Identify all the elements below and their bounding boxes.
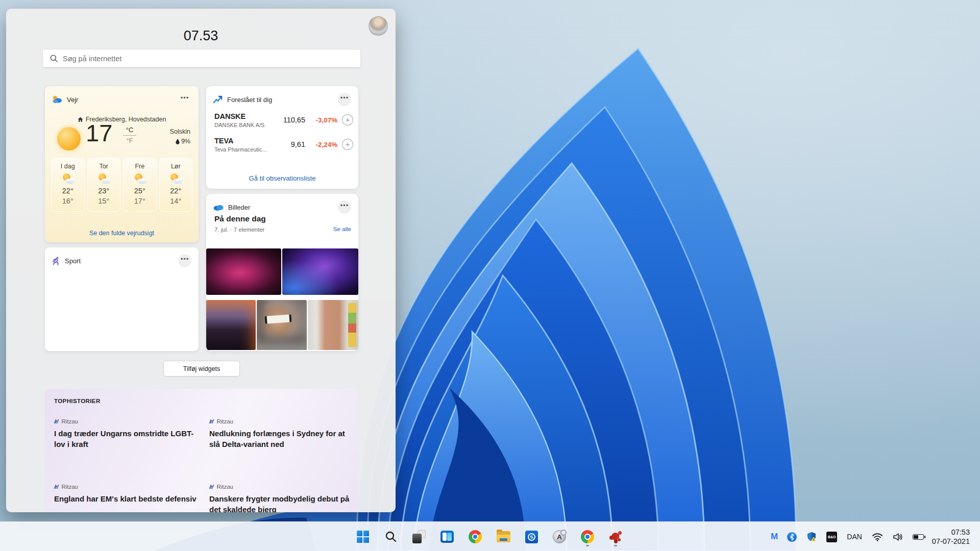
desktop: 07.53 Vejr ••• Fr [0, 0, 980, 551]
photos-heading: På denne dag [214, 214, 266, 223]
widgets-icon [440, 531, 454, 543]
bluetooth-icon [787, 532, 797, 542]
photo-thumbnail[interactable] [308, 300, 358, 350]
chrome-button[interactable] [464, 525, 486, 548]
search-icon [385, 531, 397, 543]
news-source: Ritzau [216, 484, 233, 490]
top-stories-title: TOPHISTORIER [54, 398, 101, 404]
news-headline: I dag træder Ungarns omstridte LGBT-lov … [54, 428, 201, 449]
stock-price: 110,65 [274, 116, 305, 124]
running-indicator [614, 545, 617, 546]
news-headline: Danskere frygter modbydelig debut på det… [209, 493, 356, 512]
file-explorer-button[interactable] [492, 525, 514, 548]
forecast-day: Lør 22° 14° [159, 158, 193, 212]
tray-clock[interactable]: 07:53 07-07-2021 [932, 528, 970, 546]
chrome-running-button[interactable] [576, 525, 599, 548]
sun-icon [57, 127, 81, 151]
security-tray-button[interactable] [805, 530, 818, 543]
red-splat-app-icon [609, 530, 622, 543]
skype-business-icon: S [525, 531, 538, 543]
malwarebytes-icon: M [771, 532, 777, 542]
weather-more-button[interactable]: ••• [178, 93, 191, 106]
photo-thumbnail[interactable] [206, 300, 256, 350]
weather-condition: Solskin 9% [170, 128, 190, 145]
security-shield-icon [806, 532, 817, 542]
stock-row[interactable]: TEVA Teva Pharmaceutic... 9,61 -2,24% + [214, 133, 353, 156]
volume-tray-button[interactable] [891, 531, 904, 543]
news-source: Ritzau [61, 418, 78, 424]
forecast-day: I dag 22° 16° [51, 158, 85, 212]
windows-logo-icon [357, 531, 369, 543]
skype-business-button[interactable]: S [520, 525, 543, 548]
wifi-tray-button[interactable] [870, 531, 885, 543]
a-app-icon: A [553, 530, 566, 543]
photos-more-button[interactable]: ••• [338, 201, 351, 214]
battery-icon [913, 534, 924, 540]
sport-more-button[interactable]: ••• [178, 254, 191, 267]
add-to-watchlist-button[interactable]: + [342, 114, 353, 126]
stocks-widget-icon [213, 95, 223, 104]
weather-precipitation: 9% [181, 138, 190, 145]
droplet-icon [176, 139, 180, 144]
news-item[interactable]: /r/ Ritzau Nedlukning forlænges i Sydney… [209, 418, 356, 449]
photo-thumbnail[interactable] [206, 248, 281, 295]
photos-widget-title: Billeder [228, 204, 333, 211]
stock-row[interactable]: DANSKE DANSKE BANK A/S 110,65 -3,07% + [214, 109, 353, 131]
photos-widget[interactable]: Billeder ••• På denne dag 7. jul. · 7 el… [206, 194, 358, 351]
forecast-day: Fre 25° 17° [123, 158, 157, 212]
weather-widget[interactable]: Vejr ••• Frederiksberg, Hovedstaden 17 °… [45, 86, 199, 242]
sun-cloud-icon [61, 173, 75, 184]
photos-see-all-link[interactable]: Se alle [333, 226, 351, 232]
widgets-panel: 07.53 Vejr ••• Fr [6, 9, 396, 512]
battery-tray-button[interactable] [911, 533, 925, 541]
add-widgets-button[interactable]: Tilføj widgets [163, 361, 240, 377]
weather-widget-title: Vejr [67, 96, 174, 104]
start-button[interactable] [352, 525, 374, 548]
unit-fahrenheit[interactable]: °F [123, 136, 136, 144]
weather-units[interactable]: °C °F [123, 126, 136, 144]
news-item[interactable]: /r/ Ritzau I dag træder Ungarns omstridt… [54, 418, 201, 449]
taskbar-search-button[interactable] [380, 525, 402, 548]
home-icon [78, 117, 83, 122]
user-avatar[interactable] [369, 16, 388, 36]
bluetooth-tray-button[interactable] [786, 531, 798, 543]
stocks-widget-title: Foreslået til dig [227, 96, 333, 104]
stock-symbol: TEVA [214, 137, 274, 145]
ritzau-logo-icon: /r/ [209, 418, 213, 424]
news-item[interactable]: /r/ Ritzau England har EM's klart bedste… [54, 484, 201, 504]
sport-widget[interactable]: Sport ••• [45, 247, 199, 351]
photo-thumbnail[interactable] [282, 248, 358, 295]
sport-widget-title: Sport [65, 257, 174, 265]
news-headline: Nedlukning forlænges i Sydney for at slå… [209, 428, 356, 449]
news-item[interactable]: /r/ Ritzau Danskere frygter modbydelig d… [209, 484, 356, 512]
language-indicator[interactable]: DAN [845, 531, 864, 542]
sun-cloud-icon [169, 173, 182, 184]
forecast-day: Tor 23° 15° [87, 158, 121, 212]
malwarebytes-tray-button[interactable]: M [769, 530, 779, 543]
tray-date: 07-07-2021 [932, 537, 970, 546]
ritzau-logo-icon: /r/ [209, 484, 213, 490]
watchlist-link[interactable]: Gå til observationsliste [206, 174, 358, 182]
stocks-widget[interactable]: Foreslået til dig ••• DANSKE DANSKE BANK… [206, 86, 358, 189]
unit-celsius[interactable]: °C [123, 126, 136, 136]
task-view-button[interactable] [408, 525, 430, 548]
widgets-button[interactable] [436, 525, 458, 548]
search-input[interactable] [63, 55, 353, 63]
taskbar-icons: S A [352, 525, 627, 548]
chrome-icon [469, 530, 482, 543]
bo-icon: B&O [826, 532, 837, 542]
weather-full-forecast-link[interactable]: Se den fulde vejrudsigt [45, 230, 199, 237]
red-splat-app-button[interactable] [604, 525, 627, 548]
silver-a-app-button[interactable]: A [548, 525, 571, 548]
weather-temperature: 17 [86, 119, 112, 147]
stocks-more-button[interactable]: ••• [338, 93, 351, 106]
ritzau-logo-icon: /r/ [54, 484, 58, 490]
wifi-icon [872, 533, 883, 541]
bo-audio-tray-button[interactable]: B&O [825, 530, 839, 544]
add-to-watchlist-button[interactable]: + [342, 139, 353, 150]
photos-subtitle: 7. jul. · 7 elementer [214, 227, 264, 233]
photo-thumbnail[interactable] [257, 300, 307, 350]
ritzau-logo-icon: /r/ [54, 418, 58, 424]
news-source: Ritzau [216, 418, 233, 424]
chrome-icon [581, 530, 594, 543]
